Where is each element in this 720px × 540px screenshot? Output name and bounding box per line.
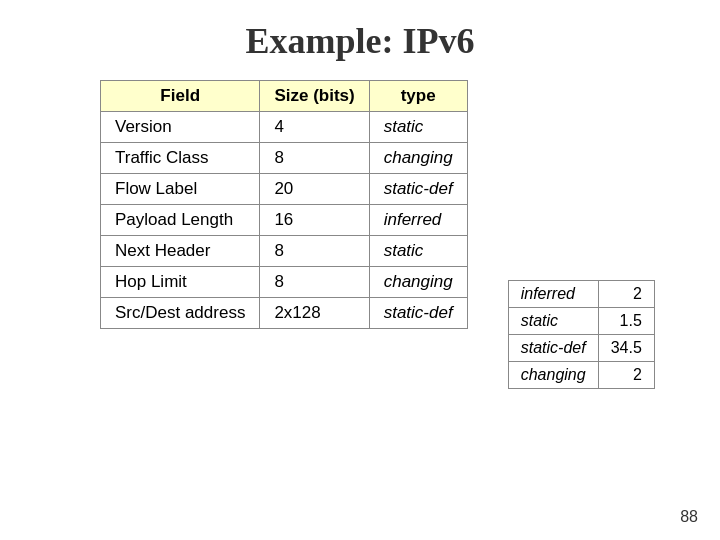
- side-label-cell: static-def: [508, 335, 598, 362]
- field-cell: Traffic Class: [101, 143, 260, 174]
- type-cell: static: [369, 112, 467, 143]
- side-label-cell: inferred: [508, 281, 598, 308]
- side-value-cell: 34.5: [598, 335, 654, 362]
- field-cell: Hop Limit: [101, 267, 260, 298]
- side-label-cell: changing: [508, 362, 598, 389]
- field-cell: Next Header: [101, 236, 260, 267]
- table-row: Hop Limit8changing: [101, 267, 468, 298]
- side-table-row: changing2: [508, 362, 654, 389]
- type-cell: inferred: [369, 205, 467, 236]
- side-table: inferred2static1.5static-def34.5changing…: [508, 280, 655, 389]
- table-row: Payload Length16inferred: [101, 205, 468, 236]
- col-header-size: Size (bits): [260, 81, 369, 112]
- col-header-field: Field: [101, 81, 260, 112]
- size-cell: 4: [260, 112, 369, 143]
- table-row: Next Header8static: [101, 236, 468, 267]
- side-value-cell: 2: [598, 362, 654, 389]
- type-cell: changing: [369, 267, 467, 298]
- size-cell: 8: [260, 267, 369, 298]
- type-cell: changing: [369, 143, 467, 174]
- page-title: Example: IPv6: [0, 0, 720, 80]
- size-cell: 8: [260, 236, 369, 267]
- field-cell: Flow Label: [101, 174, 260, 205]
- side-table-row: inferred2: [508, 281, 654, 308]
- side-table-row: static1.5: [508, 308, 654, 335]
- side-table-row: static-def34.5: [508, 335, 654, 362]
- side-label-cell: static: [508, 308, 598, 335]
- side-value-cell: 1.5: [598, 308, 654, 335]
- type-cell: static-def: [369, 174, 467, 205]
- type-cell: static: [369, 236, 467, 267]
- field-cell: Src/Dest address: [101, 298, 260, 329]
- field-cell: Version: [101, 112, 260, 143]
- table-row: Flow Label20static-def: [101, 174, 468, 205]
- field-cell: Payload Length: [101, 205, 260, 236]
- side-value-cell: 2: [598, 281, 654, 308]
- table-row: Traffic Class8changing: [101, 143, 468, 174]
- side-table-area: inferred2static1.5static-def34.5changing…: [508, 280, 655, 389]
- table-row: Version4static: [101, 112, 468, 143]
- size-cell: 16: [260, 205, 369, 236]
- size-cell: 2x128: [260, 298, 369, 329]
- size-cell: 8: [260, 143, 369, 174]
- table-row: Src/Dest address2x128static-def: [101, 298, 468, 329]
- page-number: 88: [680, 508, 698, 526]
- main-table: Field Size (bits) type Version4staticTra…: [100, 80, 468, 329]
- size-cell: 20: [260, 174, 369, 205]
- type-cell: static-def: [369, 298, 467, 329]
- col-header-type: type: [369, 81, 467, 112]
